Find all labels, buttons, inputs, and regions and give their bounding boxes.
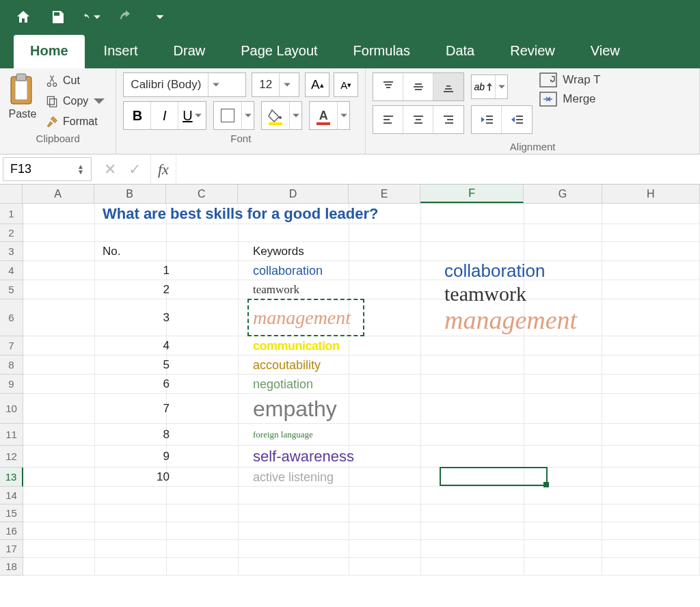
name-box-spinner[interactable]: ▲▼ — [77, 164, 84, 175]
row-header[interactable]: 2 — [0, 224, 23, 242]
cell[interactable] — [349, 424, 421, 446]
underline-button[interactable]: U — [178, 102, 206, 129]
cell[interactable] — [349, 280, 421, 299]
tab-view[interactable]: View — [574, 35, 636, 68]
cell[interactable] — [349, 504, 421, 522]
cell[interactable] — [167, 487, 239, 504]
cell[interactable] — [167, 558, 239, 576]
cell[interactable] — [524, 394, 603, 424]
cell[interactable] — [421, 522, 524, 540]
row-header[interactable]: 13 — [0, 468, 23, 487]
cell[interactable] — [524, 504, 603, 522]
cell[interactable] — [602, 204, 700, 224]
cell[interactable] — [23, 504, 95, 522]
cell[interactable] — [524, 375, 603, 394]
row-header[interactable]: 11 — [0, 424, 23, 446]
cell[interactable] — [524, 446, 603, 468]
cell[interactable] — [23, 522, 95, 540]
formula-input[interactable] — [176, 154, 700, 184]
row-header[interactable]: 9 — [0, 375, 23, 394]
cell[interactable] — [602, 224, 700, 242]
cell[interactable] — [421, 468, 524, 487]
row-header[interactable]: 6 — [0, 299, 23, 336]
cell[interactable] — [524, 522, 603, 540]
cell[interactable] — [95, 522, 167, 540]
cell[interactable] — [421, 375, 524, 394]
row-header[interactable]: 14 — [0, 487, 23, 504]
cell[interactable] — [602, 242, 700, 261]
row-header[interactable]: 4 — [0, 261, 23, 280]
cell[interactable] — [602, 540, 700, 558]
grow-font-button[interactable]: A▴ — [305, 72, 329, 97]
cell[interactable] — [602, 468, 700, 487]
column-header[interactable]: B — [94, 185, 166, 203]
cell[interactable] — [602, 446, 700, 468]
format-painter-button[interactable]: Format — [42, 113, 109, 130]
row-header[interactable]: 18 — [0, 558, 23, 576]
tab-home[interactable]: Home — [14, 35, 85, 68]
align-center-button[interactable] — [403, 106, 433, 133]
cell[interactable] — [602, 504, 700, 522]
cell[interactable] — [167, 355, 239, 375]
cell[interactable] — [421, 540, 524, 558]
home-icon[interactable] — [14, 8, 33, 27]
customize-qat-icon[interactable] — [150, 8, 170, 27]
cell[interactable] — [421, 424, 524, 446]
row-header[interactable]: 16 — [0, 522, 23, 540]
font-color-button[interactable]: A — [309, 101, 350, 130]
row-header[interactable]: 8 — [0, 355, 23, 375]
align-left-button[interactable] — [373, 106, 403, 133]
cell[interactable] — [524, 204, 603, 224]
cell[interactable] — [602, 487, 700, 504]
column-header[interactable]: E — [349, 185, 420, 203]
cell[interactable] — [167, 424, 239, 446]
column-header[interactable]: F — [420, 185, 524, 203]
align-bottom-button[interactable] — [433, 73, 463, 100]
cell[interactable] — [167, 468, 239, 487]
row-header[interactable]: 12 — [0, 446, 23, 468]
cell[interactable] — [239, 487, 349, 504]
cell[interactable] — [23, 394, 95, 424]
fill-color-button[interactable] — [261, 101, 302, 130]
save-icon[interactable] — [48, 8, 67, 27]
cell[interactable] — [167, 299, 239, 336]
cell[interactable] — [23, 558, 95, 576]
cell[interactable] — [23, 224, 95, 242]
cell[interactable] — [239, 504, 349, 522]
cell[interactable] — [602, 375, 700, 394]
bold-button[interactable]: B — [124, 102, 151, 129]
fx-label[interactable]: fx — [151, 154, 176, 184]
cell[interactable] — [23, 299, 95, 336]
align-right-button[interactable] — [433, 106, 463, 133]
cell[interactable] — [602, 355, 700, 375]
select-all-corner[interactable] — [0, 185, 23, 203]
cell[interactable] — [602, 261, 700, 280]
cell[interactable] — [23, 446, 95, 468]
cell[interactable] — [239, 540, 349, 558]
row-header[interactable]: 17 — [0, 540, 23, 558]
cell[interactable] — [23, 468, 95, 487]
italic-button[interactable]: I — [151, 102, 178, 129]
row-header[interactable]: 15 — [0, 504, 23, 522]
cell[interactable] — [167, 224, 239, 242]
tab-formulas[interactable]: Formulas — [337, 35, 427, 68]
cell[interactable] — [421, 487, 524, 504]
cell[interactable] — [421, 204, 524, 224]
cell[interactable] — [167, 375, 239, 394]
row-header[interactable]: 5 — [0, 280, 23, 299]
cell[interactable] — [349, 224, 421, 242]
wrap-text-button[interactable]: Wrap T — [539, 72, 600, 87]
cell[interactable] — [524, 558, 603, 576]
row-header[interactable]: 3 — [0, 242, 23, 261]
cell[interactable] — [524, 242, 603, 261]
column-header[interactable]: D — [238, 185, 349, 203]
cell[interactable] — [421, 224, 524, 242]
cell[interactable] — [23, 355, 95, 375]
redo-icon[interactable] — [116, 8, 135, 27]
cell[interactable] — [602, 280, 700, 299]
cell-area[interactable]: What are best skills for a good leader?N… — [23, 204, 700, 576]
cell[interactable] — [349, 242, 421, 261]
cell[interactable] — [524, 336, 603, 355]
tab-review[interactable]: Review — [494, 35, 571, 68]
cell[interactable] — [23, 336, 95, 355]
